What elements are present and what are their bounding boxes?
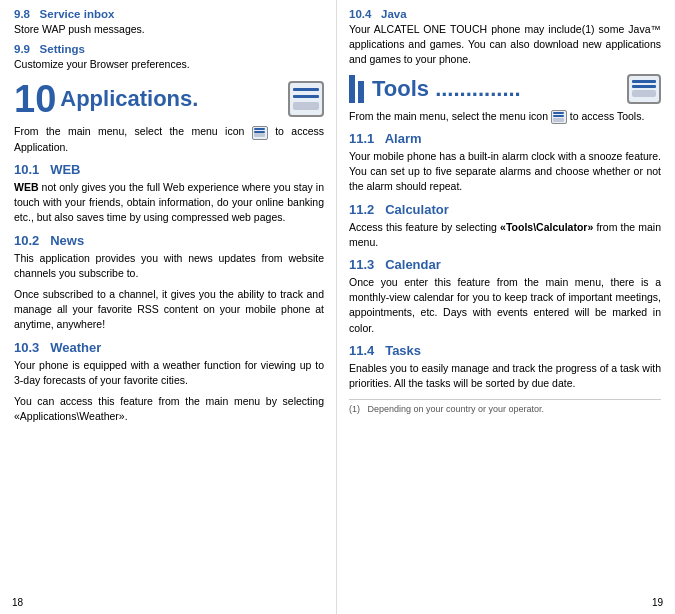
section-11-4: 11.4 Tasks Enables you to easily manage … — [349, 343, 661, 391]
chapter-10-body: From the main menu, select the menu icon… — [14, 124, 324, 154]
section-10-1-bold: WEB — [14, 181, 39, 193]
chapter-10-heading: 10 Applications. — [14, 80, 324, 118]
tools-bars-icon — [349, 75, 364, 103]
section-11-1: 11.1 Alarm Your mobile phone has a built… — [349, 131, 661, 195]
menu-icon2-bottom — [553, 118, 564, 122]
menu-icon-inline — [252, 126, 268, 140]
section-10-1-body: WEB not only gives you the full Web expe… — [14, 180, 324, 226]
section-11-2-title: Calculator — [385, 202, 449, 217]
section-10-2-body1: This application provides you with news … — [14, 251, 324, 281]
page-right: 10.4 Java Your ALCATEL ONE TOUCH phone m… — [337, 0, 675, 614]
section-10-2-title: News — [50, 233, 84, 248]
section-10-4-body: Your ALCATEL ONE TOUCH phone may include… — [349, 22, 661, 68]
section-10-4-title: Java — [381, 8, 407, 20]
section-11-4-body: Enables you to easily manage and track t… — [349, 361, 661, 391]
section-11-3: 11.3 Calendar Once you enter this featur… — [349, 257, 661, 336]
section-9-8-heading: 9.8 Service inbox — [14, 8, 324, 20]
applications-icon — [288, 81, 324, 117]
chapter-11-title: Tools .............. — [372, 76, 627, 102]
chapter-10-body-text: From the main menu, select the menu icon — [14, 125, 244, 137]
section-9-9-number: 9.9 — [14, 43, 30, 55]
section-10-3-body2: You can access this feature from the mai… — [14, 394, 324, 424]
section-10-1-number: 10.1 — [14, 162, 39, 177]
page-number-left: 18 — [12, 597, 23, 608]
section-11-4-number: 11.4 — [349, 343, 374, 358]
section-11-3-body: Once you enter this feature from the mai… — [349, 275, 661, 336]
icon-line-2 — [293, 95, 319, 98]
section-9-8-body: Store WAP push messages. — [14, 22, 324, 37]
section-11-2-heading: 11.2 Calculator — [349, 202, 661, 217]
section-11-2-bold: «Tools\Calculator» — [500, 221, 593, 233]
chapter-10-number: 10 — [14, 80, 56, 118]
section-11-2-body: Access this feature by selecting «Tools\… — [349, 220, 661, 250]
menu-icon-bottom — [254, 133, 265, 137]
section-11-4-heading: 11.4 Tasks — [349, 343, 661, 358]
section-10-3-heading: 10.3 Weather — [14, 340, 324, 355]
tools-bar-1 — [349, 75, 355, 103]
section-11-1-number: 11.1 — [349, 131, 374, 146]
menu-icon-inline-2 — [551, 110, 567, 124]
section-10-2-number: 10.2 — [14, 233, 39, 248]
chapter-10-title: Applications. — [60, 86, 284, 112]
section-9-9-title: Settings — [40, 43, 85, 55]
section-9-8: 9.8 Service inbox Store WAP push message… — [14, 8, 324, 37]
section-10-2: 10.2 News This application provides you … — [14, 233, 324, 333]
footnote-marker: (1) — [349, 404, 360, 414]
footnote: (1) Depending on your country or your op… — [349, 399, 661, 414]
section-9-9: 9.9 Settings Customize your Browser pref… — [14, 43, 324, 72]
chapter-11-heading: Tools .............. — [349, 74, 661, 104]
section-10-1-body-text: not only gives you the full Web experien… — [14, 181, 324, 223]
section-9-9-heading: 9.9 Settings — [14, 43, 324, 55]
section-10-3: 10.3 Weather Your phone is equipped with… — [14, 340, 324, 425]
chapter-11-body-text: From the main menu, select the menu icon — [349, 110, 548, 122]
section-11-3-title: Calendar — [385, 257, 441, 272]
section-9-9-body: Customize your Browser preferences. — [14, 57, 324, 72]
section-11-2: 11.2 Calculator Access this feature by s… — [349, 202, 661, 250]
chapter-11-body: From the main menu, select the menu icon… — [349, 109, 661, 124]
section-9-8-number: 9.8 — [14, 8, 30, 20]
section-11-4-title: Tasks — [385, 343, 421, 358]
page-number-right: 19 — [652, 597, 663, 608]
section-11-3-heading: 11.3 Calendar — [349, 257, 661, 272]
page-left: 9.8 Service inbox Store WAP push message… — [0, 0, 337, 614]
section-10-4-number: 10.4 — [349, 8, 371, 20]
section-10-4-heading: 10.4 Java — [349, 8, 661, 20]
tools-bar-2 — [358, 81, 364, 103]
footnote-text: Depending on your country or your operat… — [368, 404, 545, 414]
menu-icon2-line-2 — [553, 115, 564, 117]
section-11-1-body: Your mobile phone has a built-in alarm c… — [349, 149, 661, 195]
section-10-4: 10.4 Java Your ALCATEL ONE TOUCH phone m… — [349, 8, 661, 68]
menu-icon-line-1 — [254, 128, 265, 130]
section-10-1: 10.1 WEB WEB not only gives you the full… — [14, 162, 324, 226]
tools-icon-line-1 — [632, 80, 656, 83]
section-10-2-heading: 10.2 News — [14, 233, 324, 248]
section-10-1-title: WEB — [50, 162, 80, 177]
section-11-1-heading: 11.1 Alarm — [349, 131, 661, 146]
section-11-2-number: 11.2 — [349, 202, 374, 217]
section-10-1-heading: 10.1 WEB — [14, 162, 324, 177]
tools-icon-line-2 — [632, 85, 656, 88]
section-10-3-number: 10.3 — [14, 340, 39, 355]
tools-icon — [627, 74, 661, 104]
icon-bottom — [293, 102, 319, 110]
tools-icon-bottom — [632, 90, 656, 97]
section-10-3-title: Weather — [50, 340, 101, 355]
section-10-3-body1: Your phone is equipped with a weather fu… — [14, 358, 324, 388]
chapter-11-body2: to access Tools. — [570, 110, 645, 122]
section-9-8-title: Service inbox — [40, 8, 115, 20]
section-11-1-title: Alarm — [385, 131, 422, 146]
section-10-2-body2: Once subscribed to a channel, it gives y… — [14, 287, 324, 333]
section-11-3-number: 11.3 — [349, 257, 374, 272]
menu-icon2-line-1 — [553, 112, 564, 114]
icon-line-1 — [293, 88, 319, 91]
